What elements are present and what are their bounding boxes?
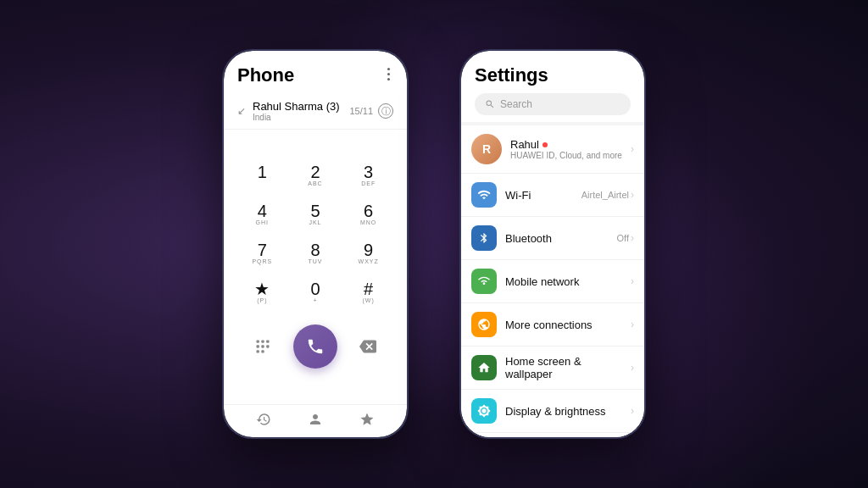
dial-key-hash[interactable]: #(W): [343, 275, 393, 311]
dialpad-toggle-button[interactable]: [251, 335, 275, 358]
profile-avatar: R: [471, 134, 502, 164]
dial-key-8[interactable]: 8TUV: [291, 236, 341, 272]
nav-favorites[interactable]: [359, 412, 375, 427]
svg-rect-7: [261, 350, 264, 352]
missed-call-icon: ↙: [237, 105, 246, 117]
settings-item-display[interactable]: Display & brightness ›: [461, 390, 644, 433]
settings-profile-row[interactable]: R Rahul HUAWEI ID, Cloud, and more ›: [461, 125, 644, 174]
profile-notification-dot: [542, 142, 548, 147]
wifi-content: Wi-Fi: [505, 189, 581, 202]
dial-key-3[interactable]: 3DEF: [343, 158, 393, 194]
svg-rect-4: [261, 345, 264, 347]
settings-title: Settings: [475, 64, 631, 86]
display-content: Display & brightness: [505, 405, 631, 418]
profile-chevron-icon: ›: [631, 143, 634, 155]
dial-key-9[interactable]: 9WXYZ: [343, 236, 393, 272]
mobile-network-chevron-icon: ›: [631, 275, 634, 287]
display-right: ›: [631, 405, 634, 417]
settings-list: R Rahul HUAWEI ID, Cloud, and more ›: [461, 125, 644, 437]
settings-frame: Settings Search R Rahul: [459, 49, 646, 439]
caller-location: India: [253, 113, 342, 122]
dial-key-star[interactable]: ★(P): [237, 275, 287, 311]
phone-device: Phone ↙ Rahul Sharma (3) India 15/11 ⓘ: [222, 49, 409, 439]
call-meta: 15/11 ⓘ: [349, 103, 393, 119]
svg-rect-3: [257, 345, 259, 347]
call-info-button[interactable]: ⓘ: [378, 103, 393, 119]
bluetooth-content: Bluetooth: [505, 232, 617, 245]
dialpad: 1 2ABC 3DEF 4GHI 5JKL 6MNO 7PQRS 8TUV 9W…: [224, 130, 407, 404]
home-screen-right: ›: [631, 362, 634, 374]
dial-key-0[interactable]: 0+: [291, 275, 341, 311]
bluetooth-chevron-icon: ›: [631, 232, 634, 244]
wifi-right: Airtel_Airtel ›: [581, 189, 634, 201]
dial-key-4[interactable]: 4GHI: [237, 197, 287, 233]
phone-title: Phone: [237, 64, 294, 86]
recent-call-row[interactable]: ↙ Rahul Sharma (3) India 15/11 ⓘ: [224, 93, 407, 130]
svg-rect-2: [266, 341, 269, 343]
call-button[interactable]: [293, 324, 337, 369]
settings-search-bar[interactable]: Search: [475, 93, 631, 115]
settings-item-sounds[interactable]: Sounds & vibration ›: [461, 433, 644, 437]
dialpad-grid: 1 2ABC 3DEF 4GHI 5JKL 6MNO 7PQRS 8TUV 9W…: [237, 158, 393, 311]
phone-bottom-actions: [237, 318, 393, 382]
backspace-button[interactable]: [356, 335, 380, 358]
more-connections-content: More connections: [505, 319, 631, 331]
phone-frame: Phone ↙ Rahul Sharma (3) India 15/11 ⓘ: [222, 49, 409, 439]
settings-item-mobile-network[interactable]: Mobile network ›: [461, 260, 644, 303]
settings-item-bluetooth[interactable]: Bluetooth Off ›: [461, 217, 644, 260]
more-connections-right: ›: [631, 319, 634, 330]
dial-key-1[interactable]: 1: [237, 158, 287, 194]
profile-info: Rahul HUAWEI ID, Cloud, and more: [510, 138, 631, 160]
settings-screen: Settings Search R Rahul: [461, 51, 644, 437]
settings-header: Settings Search: [461, 51, 644, 122]
dial-key-5[interactable]: 5JKL: [291, 197, 341, 233]
svg-rect-0: [257, 341, 259, 343]
dial-key-7[interactable]: 7PQRS: [237, 236, 287, 272]
phone-screen: Phone ↙ Rahul Sharma (3) India 15/11 ⓘ: [224, 51, 407, 437]
phone-app: Phone ↙ Rahul Sharma (3) India 15/11 ⓘ: [224, 51, 407, 437]
phone-nav-bar: [224, 404, 407, 437]
mobile-network-content: Mobile network: [505, 275, 631, 288]
more-connections-chevron-icon: ›: [631, 319, 634, 330]
settings-item-more-connections[interactable]: More connections ›: [461, 303, 644, 347]
phone-menu-button[interactable]: [384, 64, 393, 84]
mobile-network-icon: [471, 269, 497, 294]
dial-key-2[interactable]: 2ABC: [291, 158, 341, 194]
mobile-network-right: ›: [631, 275, 634, 287]
nav-contacts[interactable]: [308, 412, 323, 427]
home-screen-chevron-icon: ›: [631, 362, 634, 374]
display-icon: [471, 398, 497, 424]
caller-name: Rahul Sharma (3): [253, 100, 342, 113]
wifi-icon: [471, 182, 497, 208]
search-icon: [485, 99, 495, 109]
settings-device: Settings Search R Rahul: [459, 49, 646, 439]
home-screen-content: Home screen & wallpaper: [505, 355, 631, 380]
settings-item-wifi[interactable]: Wi-Fi Airtel_Airtel ›: [461, 174, 644, 217]
call-count: 15/11: [349, 106, 373, 116]
nav-recents[interactable]: [256, 412, 271, 427]
profile-name: Rahul: [510, 138, 631, 151]
dial-key-6[interactable]: 6MNO: [343, 197, 393, 233]
search-placeholder: Search: [500, 98, 532, 110]
profile-sub: HUAWEI ID, Cloud, and more: [510, 151, 631, 160]
svg-rect-1: [261, 341, 264, 343]
phone-header: Phone: [224, 51, 407, 93]
bluetooth-right: Off ›: [617, 232, 634, 244]
call-info: Rahul Sharma (3) India: [253, 100, 342, 122]
bluetooth-icon: [471, 225, 497, 251]
home-screen-icon: [471, 355, 497, 380]
svg-rect-6: [257, 350, 259, 352]
display-chevron-icon: ›: [631, 405, 634, 417]
more-connections-icon: [471, 312, 497, 337]
settings-item-home-screen[interactable]: Home screen & wallpaper ›: [461, 347, 644, 390]
wifi-chevron-icon: ›: [631, 189, 634, 201]
svg-rect-5: [266, 345, 269, 347]
